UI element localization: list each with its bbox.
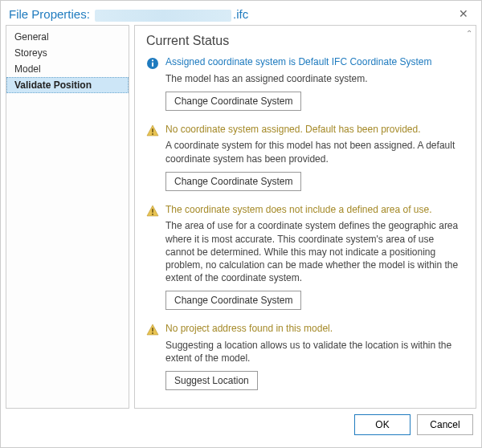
change-coordinate-system-button[interactable]: Change Coordinate System xyxy=(165,92,301,111)
sidebar-item-general[interactable]: General xyxy=(6,29,129,45)
status-heading: Assigned coordinate system is Default IF… xyxy=(165,56,461,69)
cancel-button[interactable]: Cancel xyxy=(417,414,473,435)
sidebar-item-model[interactable]: Model xyxy=(6,61,129,77)
status-item-no-cs-assigned: No coordinate system assigned. Default h… xyxy=(146,124,461,191)
svg-point-2 xyxy=(152,59,153,61)
window-title: File Properties: .ifc xyxy=(9,7,248,21)
content-panel: ⌃ Current Status Assigned coordinate sys… xyxy=(134,25,476,409)
status-description: A coordinate system for this model has n… xyxy=(165,139,461,165)
page-title: Current Status xyxy=(146,34,461,48)
titlebar: File Properties: .ifc ✕ xyxy=(1,1,481,25)
file-extension: .ifc xyxy=(233,7,248,21)
title-prefix: File Properties: xyxy=(9,7,90,21)
status-description: Suggesting a location allows us to valid… xyxy=(165,339,461,365)
change-coordinate-system-button[interactable]: Change Coordinate System xyxy=(165,291,301,310)
warning-icon xyxy=(146,324,159,390)
sidebar-item-storeys[interactable]: Storeys xyxy=(6,45,129,61)
change-coordinate-system-button[interactable]: Change Coordinate System xyxy=(165,172,301,191)
suggest-location-button[interactable]: Suggest Location xyxy=(165,371,258,390)
status-heading: No project address found in this model. xyxy=(165,323,461,336)
svg-point-5 xyxy=(152,133,153,135)
status-heading: The coordinate system does not include a… xyxy=(165,204,461,217)
svg-rect-7 xyxy=(152,209,153,213)
svg-rect-1 xyxy=(152,63,153,67)
status-item-no-project-address: No project address found in this model. … xyxy=(146,323,461,390)
filename-blurred xyxy=(95,10,231,22)
dialog-body: General Storeys Model Validate Position … xyxy=(1,25,481,409)
info-icon xyxy=(146,57,159,111)
status-item-no-area-of-use: The coordinate system does not include a… xyxy=(146,204,461,311)
svg-point-8 xyxy=(152,214,153,215)
status-description: The model has an assigned coordinate sys… xyxy=(165,72,461,85)
svg-rect-10 xyxy=(152,328,153,332)
status-item-assigned-cs: Assigned coordinate system is Default IF… xyxy=(146,56,461,111)
warning-icon xyxy=(146,124,159,191)
warning-icon xyxy=(146,205,159,311)
sidebar: General Storeys Model Validate Position xyxy=(6,25,129,409)
status-description: The area of use for a coordinate system … xyxy=(165,219,461,284)
sidebar-item-validate-position[interactable]: Validate Position xyxy=(6,77,129,93)
svg-point-11 xyxy=(152,332,153,334)
status-heading: No coordinate system assigned. Default h… xyxy=(165,124,461,136)
svg-rect-4 xyxy=(152,128,153,132)
scroll-up-icon[interactable]: ⌃ xyxy=(466,29,472,38)
close-icon[interactable]: ✕ xyxy=(454,6,473,22)
dialog-footer: OK Cancel xyxy=(1,409,481,441)
ok-button[interactable]: OK xyxy=(354,414,411,435)
